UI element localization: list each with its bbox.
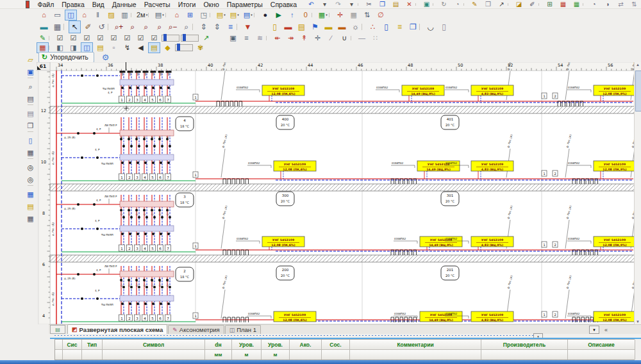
radiator-label-value[interactable]: 14,49 (ВЦ,9%) (426, 168, 451, 171)
watering-can-icon[interactable]: ✾ (194, 42, 206, 53)
zoom-out-icon[interactable]: ⌕− (167, 21, 179, 33)
slope-icon[interactable]: ∕ (325, 33, 337, 44)
radiator-label-value[interactable]: 12,08 (ПК,6%) (271, 92, 295, 95)
grid-column-header[interactable]: Уров.м (232, 340, 262, 360)
rotate-right-icon[interactable]: ◑ (601, 0, 613, 9)
data-dropdown-3[interactable]: ▤ (242, 10, 254, 21)
page-blue-icon[interactable]: ▯ (380, 21, 392, 33)
schematic-canvas[interactable]: 613436384042444648505254561210864ф. Рес.… (37, 62, 641, 324)
menu-item[interactable]: Параметры (223, 1, 267, 8)
building-icon[interactable]: ⌂ (78, 10, 90, 21)
report-icon[interactable]: ▦ (24, 147, 37, 158)
menu-item[interactable]: Итоги (174, 1, 200, 8)
row-up-icon[interactable]: ⇕ (197, 21, 210, 33)
lock-icon[interactable]: ◪ (513, 0, 525, 9)
axes-icon[interactable]: ⊞ (184, 10, 196, 21)
menu-item[interactable]: Правка (58, 1, 88, 8)
radiator-label-model[interactable]: УНГ 5453109 (604, 87, 626, 90)
scheme-green-icon[interactable]: ▦ (570, 0, 583, 9)
scroll-down-icon[interactable]: ▼ (635, 320, 641, 324)
room-number[interactable]: 2 (183, 269, 186, 273)
picture-yellow-icon[interactable]: ▨ (105, 10, 117, 21)
frame-icon[interactable]: ▭ (51, 10, 63, 21)
paste-icon[interactable]: ▤ (390, 0, 402, 9)
stamp-icon[interactable]: ❐ (482, 0, 494, 9)
radiator-label-value[interactable]: 14,49 (ВЦ,9%) (429, 318, 453, 322)
insert-left-icon[interactable]: ↞ (271, 33, 283, 44)
undo-icon[interactable]: ↶ (305, 0, 317, 9)
insert-up-icon[interactable]: ↟ (298, 33, 310, 44)
menu-item[interactable]: Расчеты (140, 1, 174, 8)
rotate-icon[interactable]: ↺ (96, 21, 108, 33)
play-icon[interactable]: ▶ (272, 10, 285, 21)
up-icon[interactable]: ↑ (286, 10, 298, 21)
select-cursor-icon[interactable]: ↖ (69, 21, 81, 33)
magnet-icon[interactable]: ∪ (338, 33, 351, 44)
data-dropdown-1[interactable]: ▤ (215, 10, 227, 21)
flip-v-icon[interactable]: ⇅ (628, 0, 640, 9)
radiator-label-model[interactable]: УНГ 5453109 (481, 238, 503, 242)
find-next-icon[interactable]: ◎ (24, 174, 37, 185)
zoom-in-icon[interactable]: ⌕+ (113, 21, 125, 33)
horizontal-splitter[interactable]: ▾ (54, 333, 543, 338)
radiator-label-value[interactable]: 14,49 (ВЦ,9%) (429, 244, 453, 247)
menu-item[interactable]: Справка (267, 1, 301, 8)
settings-gear-icon[interactable]: ⚙ (102, 53, 110, 62)
radiator-label-value[interactable]: 14,49 (ВЦ,9%) (411, 92, 435, 95)
radiator-label-model[interactable]: УНГ 5453109 (272, 87, 294, 90)
redo-icon[interactable]: ↷ (332, 0, 344, 9)
preview-icon[interactable]: ⌕ (24, 81, 37, 92)
legend2-icon[interactable]: ▤ (148, 42, 160, 53)
cards-icon[interactable]: ❐ (407, 21, 419, 33)
radiator-label-value[interactable]: 12,08 (ПК,6%) (283, 318, 306, 322)
flag-blue-icon[interactable]: ⚑ (309, 21, 321, 33)
card-yellow-icon[interactable]: ▬ (322, 21, 335, 33)
room-number[interactable]: 401 (447, 117, 454, 121)
radiator-label-model[interactable]: УНГ 5453109 (604, 163, 626, 166)
row-down-icon[interactable]: ⇕ (211, 21, 223, 33)
stamp2-icon[interactable]: ≋ (254, 33, 266, 44)
radiator-label-model[interactable]: УНГ 5453109 (284, 313, 306, 317)
calc-icon[interactable]: ▦ (24, 189, 37, 200)
zero-icon[interactable]: 0 (299, 10, 312, 21)
doc-icon[interactable]: ▯ (24, 135, 37, 146)
arrange-button[interactable]: ↻ Упорядочить (38, 52, 94, 63)
vertical-scrollbar[interactable]: ▲ ▼ (634, 62, 641, 324)
card-orange-icon[interactable]: ▬ (336, 21, 348, 33)
align-icon[interactable]: ≡ (240, 33, 253, 44)
grid-icon[interactable]: ∷ (369, 33, 381, 44)
copy-icon[interactable]: ❐ (376, 0, 388, 9)
radiator-label-value[interactable]: 4,83 (ВЦ,9%) (481, 168, 503, 171)
move-icon[interactable]: ✛ (312, 33, 324, 44)
grid-column-header[interactable]: Сис (63, 340, 82, 360)
radiator-label-value[interactable]: 12,08 (ПК,9%) (603, 168, 626, 171)
room-number[interactable]: 400 (282, 117, 289, 121)
radiator-label-model[interactable]: УНГ 5453109 (272, 238, 294, 242)
grid-column-header[interactable]: dнмм (205, 340, 232, 360)
history-icon[interactable]: ◔ (451, 0, 463, 9)
insert-right-icon[interactable]: ↠ (285, 33, 297, 44)
lamp2-icon[interactable]: ▯ (438, 21, 450, 33)
scheme-red-icon[interactable]: ▦ (557, 0, 569, 9)
book-icon[interactable]: ▤ (296, 21, 308, 33)
duck-icon[interactable]: ◆ (162, 42, 174, 53)
pointer-icon[interactable]: ↗ (495, 0, 508, 9)
wall-icon[interactable]: ▥ (119, 10, 131, 21)
room-number[interactable]: 200 (282, 268, 289, 272)
redo-dropdown[interactable]: ▾ (345, 0, 358, 9)
zoom-all-icon[interactable]: ⌕ (140, 21, 152, 33)
brush-icon[interactable]: ✐ (82, 21, 94, 33)
flag-red-icon[interactable]: ▬ (282, 21, 294, 33)
data-dropdown-2[interactable]: ▤ (228, 10, 240, 21)
monitor-icon[interactable]: ▬ (38, 21, 50, 33)
cut-icon[interactable]: ✂ (363, 0, 375, 9)
room-number[interactable]: 300 (282, 194, 289, 197)
radiator-label-model[interactable]: УНГ 5453109 (604, 313, 626, 317)
radiator-label-model[interactable]: УНГ 5453109 (604, 238, 626, 242)
zigzag-icon[interactable]: ↯ (121, 42, 133, 53)
rotate-left-icon[interactable]: ◔ (588, 0, 600, 9)
delete-icon[interactable]: ✕ (403, 0, 415, 9)
zoom-window-icon[interactable]: ⌕ (126, 21, 138, 33)
collapse-panel-button[interactable]: « (604, 327, 608, 333)
no-entry-icon[interactable]: ∅ (374, 10, 387, 21)
